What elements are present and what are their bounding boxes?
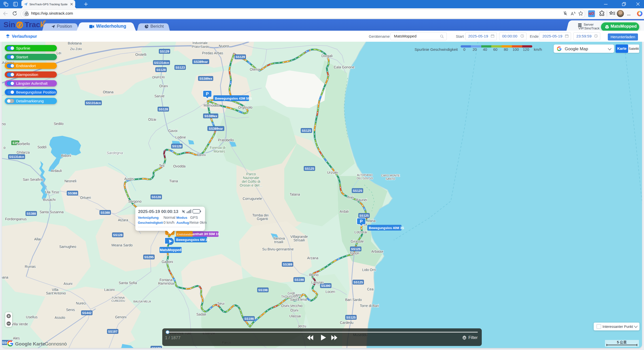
svg-text:Laconi: Laconi [104,288,114,292]
svg-text:Fonni: Fonni [197,153,206,157]
svg-text:Ardali: Ardali [340,209,349,213]
svg-text:SS129: SS129 [160,50,169,53]
svg-text:Orgosolo: Orgosolo [238,105,253,109]
svg-text:FUNTANA: FUNTANA [112,296,125,299]
svg-text:Geschwindigkeit: Geschwindigkeit [138,221,163,225]
svg-text:Orosei e del...: Orosei e del... [240,183,262,187]
svg-text:SS125: SS125 [351,247,360,251]
svg-text:Villa Verde: Villa Verde [11,322,28,326]
svg-text:Ula Tirso: Ula Tirso [45,190,59,194]
svg-text:Raminosa: Raminosa [158,281,174,285]
svg-text:CUBEDDU: CUBEDDU [111,299,125,302]
svg-text:Normal: Normal [164,215,175,220]
svg-text:Lodine: Lodine [175,135,186,139]
svg-text:SS131dcn: SS131dcn [86,101,101,105]
svg-text:SS125: SS125 [353,281,363,284]
svg-text:Allai: Allai [34,237,41,241]
svg-text:Predas Arbas: Predas Arbas [202,51,223,55]
svg-text:0 km/h: 0 km/h [164,221,175,225]
svg-text:Assolo: Assolo [55,316,65,320]
svg-text:Arzana: Arzana [307,256,318,260]
svg-text:SS197: SS197 [108,330,117,333]
svg-text:SS198: SS198 [258,288,268,292]
svg-text:Bewegungslos 6M 2S: Bewegungslos 6M 2S [176,238,210,242]
svg-text:Cala Gonone: Cala Gonone [334,65,355,69]
svg-text:Ghilarza: Ghilarza [17,150,30,154]
svg-text:Ulassai: Ulassai [289,314,301,318]
svg-text:Ruinas: Ruinas [25,265,36,269]
svg-text:Lido Orrì: Lido Orrì [362,268,376,272]
svg-text:Giganti: Giganti [257,217,268,221]
svg-text:Teti: Teti [159,164,165,168]
svg-text:SS390: SS390 [321,284,331,288]
svg-text:Meana Sardo: Meana Sardo [111,243,133,247]
svg-text:Lanusei: Lanusei [311,280,324,284]
svg-text:SS128: SS128 [113,233,123,237]
svg-text:Ausflug: Ausflug [176,221,189,225]
svg-text:SS125: SS125 [346,316,356,319]
svg-text:Norbello: Norbello [17,142,30,146]
svg-text:Sorgono: Sorgono [128,199,142,203]
svg-text:Loceri: Loceri [326,290,335,294]
svg-text:azio: azio [2,122,6,126]
svg-text:Gonnosnò: Gonnosnò [45,341,67,346]
svg-text:SS125: SS125 [302,129,311,133]
svg-text:Satellit: Satellit [629,47,639,51]
svg-text:Cardedu: Cardedu [340,321,353,325]
svg-text:Industriale: Industriale [192,42,208,45]
svg-text:Ilbono: Ilbono [309,273,318,277]
svg-text:Verknüpfung: Verknüpfung [138,216,159,220]
svg-text:Usellus: Usellus [26,315,37,319]
svg-text:Bewegungslose Position: Bewegungslose Position [16,90,56,94]
svg-text:SS442: SS442 [82,311,92,315]
svg-text:Bidonì: Bidonì [61,154,71,158]
svg-text:P: P [206,92,209,96]
svg-text:SS295: SS295 [144,255,154,259]
svg-text:Sant'Antonio: Sant'Antonio [46,291,66,295]
svg-text:Spurlinie: Spurlinie [16,46,30,50]
svg-text:Atzara: Atzara [118,218,128,222]
svg-text:SS198: SS198 [244,317,254,321]
svg-text:enthalt 3H 55M 1S: enthalt 3H 55M 1S [193,232,220,236]
svg-text:0: 0 [463,47,465,52]
svg-text:Ardauli: Ardauli [51,169,62,173]
svg-text:SS389: SS389 [283,263,292,266]
svg-text:SS388: SS388 [26,212,36,215]
svg-text:2025-05-19 00:00:13: 2025-05-19 00:00:13 [138,209,178,214]
svg-text:40: 40 [483,47,487,52]
svg-text:SANTO: SANTO [386,177,395,180]
svg-text:SS198: SS198 [294,278,304,282]
svg-text:o: o [4,146,6,150]
svg-text:GPS: GPS [190,215,198,220]
svg-text:Senis: Senis [66,308,75,312]
svg-text:Nureci: Nureci [76,301,86,305]
svg-text:Interessanter Punkt: Interessanter Punkt [602,325,633,329]
svg-text:120: 120 [523,47,529,52]
svg-text:Spurlinie Geschwindigkeit: Spurlinie Geschwindigkeit [415,47,458,52]
svg-text:Tiana: Tiana [169,179,178,183]
svg-text:Austis: Austis [124,177,134,181]
svg-text:Gavoi: Gavoi [168,129,178,133]
svg-text:SS128: SS128 [156,68,166,72]
svg-text:km/h: km/h [534,47,542,52]
svg-text:Pratobello: Pratobello [218,138,234,142]
svg-text:trisaili: trisaili [274,240,283,244]
svg-text:Sant'Elena: Sant'Elena [290,297,307,301]
svg-text:Arbatax: Arbatax [371,249,383,253]
svg-text:Su Biviu-gennantine: Su Biviu-gennantine [262,247,294,251]
svg-text:Alarmposition: Alarmposition [16,73,38,77]
svg-text:Ovodda: Ovodda [173,164,185,168]
svg-text:Oliena: Oliena [250,67,260,71]
svg-text:Talana: Talana [290,192,300,196]
svg-text:BAUSA MELA: BAUSA MELA [133,300,151,303]
svg-text:Genoni: Genoni [115,315,126,319]
svg-text:Santa Sofia: Santa Sofia [119,281,137,285]
svg-text:Ottana: Ottana [103,90,113,94]
svg-text:Endstandort: Endstandort [177,233,194,236]
svg-text:Nuoro: Nuoro [219,44,229,48]
svg-text:Osini Vecchio: Osini Vecchio [281,304,303,308]
svg-text:Google Karte: Google Karte [15,341,45,346]
svg-text:Neoneli: Neoneli [64,179,76,183]
svg-text:Reise 0km: Reise 0km [189,221,207,225]
svg-text:Corrugunele: Corrugunele [243,197,262,201]
